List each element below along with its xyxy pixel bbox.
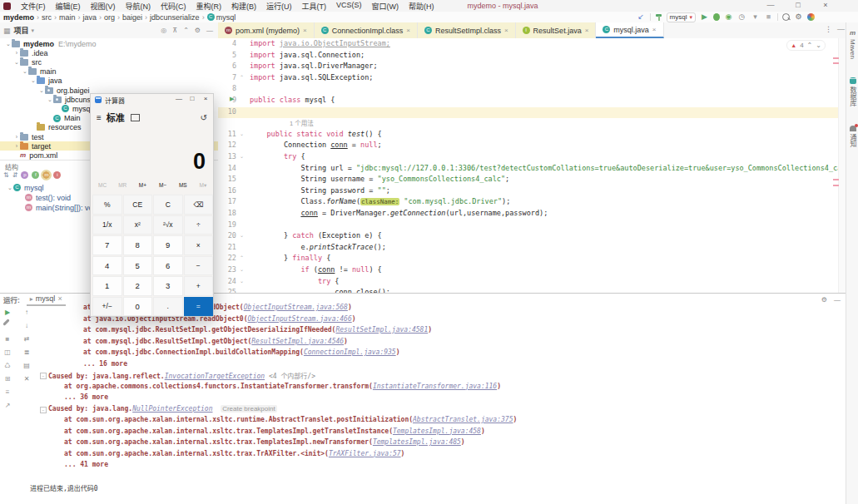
tree-item-java[interactable]: ⌄java	[30, 77, 62, 86]
memory-button-MS[interactable]: MS	[173, 182, 193, 189]
stop-icon[interactable]: ■	[2, 334, 12, 344]
memory-button-M−[interactable]: M−	[153, 182, 173, 189]
search-icon[interactable]	[782, 13, 790, 21]
calc-key-4[interactable]: 4	[92, 256, 122, 276]
inspections-widget[interactable]: ▲4⌃⌄	[786, 40, 826, 51]
calc-key-9[interactable]: 9	[153, 235, 183, 255]
file-link[interactable]: ResultSetImpl.java:4546	[251, 338, 344, 345]
tab-close-icon[interactable]: ×	[504, 27, 508, 34]
soft-wrap-icon[interactable]: ⇄	[22, 334, 32, 344]
tree-item-test[interactable]: ›test	[13, 132, 44, 141]
menu-item-3[interactable]: 导航(N)	[121, 1, 156, 12]
calc-key-=[interactable]: =	[184, 297, 214, 317]
scroll-end-icon[interactable]: ≣	[22, 348, 32, 358]
calc-key-²√x[interactable]: ²√x	[153, 215, 183, 235]
sort-alpha-icon[interactable]: ⇅	[3, 171, 9, 179]
build-hammer-icon[interactable]	[655, 13, 662, 21]
tab-close-icon[interactable]: ×	[652, 26, 657, 33]
tree-item-target[interactable]: ›target	[13, 141, 51, 151]
coverage-arrow-icon[interactable]: ▾	[751, 12, 760, 22]
calculator-title-bar[interactable]: 计算器 —□×	[91, 94, 213, 106]
tab-close-icon[interactable]: ×	[303, 27, 307, 34]
menu-item-10[interactable]: 窗口(W)	[367, 1, 404, 12]
calc-key-C[interactable]: C	[153, 195, 183, 215]
edit-configuration-wrench-icon[interactable]	[2, 319, 9, 325]
breadcrumb-item-src[interactable]: src	[42, 13, 52, 22]
calc-key-×[interactable]: ×	[184, 235, 214, 255]
calc-key-6[interactable]: 6	[153, 256, 183, 276]
breadcrumb-item-mydemo[interactable]: mydemo	[3, 13, 34, 22]
calc-close-button[interactable]: ×	[200, 95, 211, 102]
breadcrumb-item-mysql[interactable]: mysql	[216, 13, 236, 22]
console-fold-icon[interactable]: −	[40, 407, 47, 413]
tab-close-icon[interactable]: ×	[406, 27, 410, 34]
tree-item-.idea[interactable]: ›.idea	[13, 48, 48, 57]
file-link[interactable]: TemplatesImpl.java:485	[373, 438, 461, 446]
down-stack-icon[interactable]: ↓	[22, 321, 32, 331]
sort-visibility-icon[interactable]: ⇵	[12, 171, 18, 179]
menu-item-11[interactable]: 帮助(H)	[404, 1, 439, 12]
file-link[interactable]: TrAXFilter.java:57	[329, 450, 401, 457]
calc-key-2[interactable]: 2	[123, 276, 153, 296]
breadcrumb-item-baigei[interactable]: baigei	[122, 13, 142, 22]
calc-key-+[interactable]: +	[184, 276, 214, 296]
tree-item-mydemo[interactable]: ⌄mydemoE:\mydemo	[5, 39, 97, 48]
editor-tab-ResultSet.java[interactable]: IResultSet.java×	[516, 22, 597, 38]
file-link[interactable]: ConnectionImpl.java:935	[304, 348, 396, 356]
project-panel-title[interactable]: 项目	[14, 25, 29, 36]
tree-item-resources[interactable]: resources	[30, 123, 82, 132]
window-minimize-button[interactable]: —	[764, 0, 777, 11]
calc-maximize-button[interactable]: □	[186, 95, 198, 102]
filter-inherited-icon[interactable]: i	[53, 171, 61, 179]
next-error-icon[interactable]: ⌄	[816, 42, 821, 49]
tree-item-main[interactable]: ⌄main	[22, 67, 57, 77]
filter-fields-icon[interactable]: f	[32, 171, 39, 179]
breadcrumb-item-org[interactable]: org	[104, 13, 115, 22]
tree-item-org.baigei[interactable]: ⌄org.baigei	[38, 86, 90, 95]
exception-link[interactable]: InvocationTargetException	[165, 373, 265, 380]
calc-key-⌫[interactable]: ⌫	[184, 195, 214, 215]
console-settings-icon[interactable]: ⚙	[821, 296, 827, 304]
calculator-window[interactable]: 计算器 —□× ≡ 标准 ↺ 0 MCMRM+M−MSM▾ %CEC⌫1/xx²…	[90, 93, 214, 317]
calc-key-7[interactable]: 7	[92, 235, 122, 255]
history-icon[interactable]: ↺	[201, 113, 207, 122]
structure-item-2[interactable]: mmain(String[]): void	[18, 203, 99, 212]
calc-key-1/x[interactable]: 1/x	[92, 215, 122, 235]
hide-editor-icon[interactable]: —	[837, 25, 845, 33]
breadcrumb-item-jdbcunserialize[interactable]: jdbcunserialize	[150, 13, 200, 22]
locate-icon[interactable]: ◎	[161, 27, 166, 34]
menu-item-1[interactable]: 编辑(E)	[51, 1, 86, 12]
fold-marker-icon[interactable]: ⌄	[240, 266, 244, 272]
calc-key-0[interactable]: 0	[123, 297, 153, 317]
keep-on-top-icon[interactable]	[131, 114, 140, 121]
menu-item-5[interactable]: 重构(R)	[191, 1, 227, 12]
fold-marker-icon[interactable]: ⌄	[240, 131, 244, 136]
calc-key-8[interactable]: 8	[123, 235, 153, 255]
calc-key-1[interactable]: 1	[92, 276, 122, 296]
console-fold-icon[interactable]: −	[40, 373, 47, 379]
clear-all-icon[interactable]: ✕	[22, 374, 32, 384]
print-icon[interactable]: ▤	[22, 361, 32, 371]
calculator-menu-icon[interactable]: ≡	[97, 113, 102, 122]
editor-tab-pom.xml (mydemo)[interactable]: mpom.xml (mydemo)×	[218, 22, 315, 38]
calc-key-x²[interactable]: x²	[123, 215, 153, 235]
coverage-icon[interactable]: ◷	[737, 12, 746, 22]
window-maximize-button[interactable]: □	[791, 0, 805, 11]
rerun-icon[interactable]: ▶	[2, 308, 12, 318]
debug-icon[interactable]	[713, 13, 720, 21]
dump-memory-icon[interactable]: ◫	[2, 348, 12, 358]
run-icon[interactable]: ▶	[700, 12, 709, 22]
file-link[interactable]: InstantiateTransformer.java:116	[373, 383, 497, 390]
console-tab-mysql[interactable]: ▸mysql×	[27, 293, 66, 306]
menu-item-0[interactable]: 文件(F)	[16, 1, 51, 12]
file-link[interactable]: AbstractTranslet.java:375	[413, 416, 513, 423]
profiler-icon[interactable]: ◉	[724, 12, 733, 22]
stripe-item-通知[interactable]: 通知	[846, 126, 858, 147]
fold-marker-icon[interactable]: ⌃	[240, 254, 244, 260]
memory-button-M+[interactable]: M+	[132, 182, 152, 189]
menu-item-4[interactable]: 代码(C)	[156, 1, 191, 12]
menu-item-6[interactable]: 构建(B)	[226, 1, 261, 12]
file-link[interactable]: TemplatesImpl.java:458	[393, 427, 481, 435]
run-config-combo[interactable]: mysql▾	[667, 12, 696, 22]
filter-methods-icon[interactable]: m	[42, 171, 50, 179]
